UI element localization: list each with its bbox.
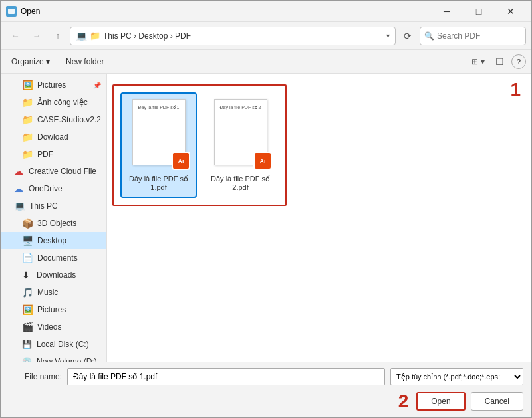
sidebar-item-label: Pictures (37, 305, 66, 314)
file-item-pdf2[interactable]: Đây là file PDF số 2 Ai Đây là file PDF … (202, 92, 279, 198)
filename-input[interactable] (67, 368, 385, 385)
filename-row: File name: Tệp tùy chỉnh (*.pdf;*.doc;*.… (9, 368, 523, 385)
sidebar-item-pdf[interactable]: 📁 PDF (1, 146, 106, 163)
open-button[interactable]: Open (416, 392, 465, 411)
pictures2-icon: 🖼️ (22, 304, 33, 315)
sidebar-item-anh-cong-viec[interactable]: 📁 Ảnh công việc (1, 94, 106, 111)
refresh-button[interactable]: ⟳ (398, 27, 417, 45)
sidebar-item-label: Dowload (37, 132, 68, 142)
sidebar-item-onedrive[interactable]: ☁ OneDrive (1, 180, 106, 197)
sidebar-item-music[interactable]: 🎵 Music (1, 284, 106, 301)
sidebar-item-label: Downloads (37, 270, 76, 280)
sidebar-item-videos[interactable]: 🎬 Videos (1, 318, 106, 336)
pdf-badge-2: Ai (253, 152, 272, 170)
sidebar-item-label: OneDrive (29, 184, 63, 193)
title-controls: ─ □ ✕ (432, 1, 526, 22)
sidebar-item-label: This PC (29, 201, 58, 211)
sidebar-item-label: New Volume (D:) (37, 357, 97, 362)
sidebar-item-dowload[interactable]: 📁 Dowload (1, 128, 106, 146)
sidebar-item-creative-cloud[interactable]: ☁ Creative Cloud File (1, 163, 106, 180)
sidebar-item-label: Pictures (37, 80, 66, 90)
pc-icon: 💻 (76, 31, 87, 41)
cancel-button[interactable]: Cancel (471, 392, 523, 411)
filename-label: File name: (9, 372, 62, 381)
button-row: 2 Open Cancel (9, 391, 523, 412)
sidebar-item-pictures[interactable]: 🖼️ Pictures 📌 (1, 76, 106, 94)
svg-text:Ai: Ai (178, 158, 184, 165)
sidebar-item-label: 3D Objects (37, 219, 76, 228)
videos-icon: 🎬 (22, 322, 33, 332)
sidebar-item-pictures2[interactable]: 🖼️ Pictures (1, 301, 106, 318)
file-label-pdf2: Đây là file PDF số 2.pdf (206, 175, 275, 191)
back-button[interactable]: ← (6, 27, 25, 45)
search-input[interactable] (437, 31, 532, 41)
sidebar-item-documents[interactable]: 📄 Documents (1, 249, 106, 266)
annotation-number2: 2 (398, 391, 409, 412)
view-options-button[interactable]: ⊞ ▾ (469, 52, 487, 71)
downloads-icon: ⬇ (22, 270, 33, 280)
forward-button[interactable]: → (27, 27, 46, 45)
file-label-pdf1: Đây là file PDF số 1.pdf (124, 175, 193, 191)
title-bar: Open ─ □ ✕ (1, 1, 531, 22)
folder-icon: 📁 (22, 149, 33, 159)
dialog-icon (6, 6, 17, 17)
pin-icon: 📌 (93, 82, 101, 89)
file-grid: Đây là file PDF số 1 Ai Đây là file PDF … (118, 90, 281, 201)
up-button[interactable]: ↑ (49, 27, 67, 45)
help-button[interactable]: ? (511, 54, 526, 69)
content-area: 🖼️ Pictures 📌 📁 Ảnh công việc 📁 CASE.Stu… (1, 74, 531, 362)
pdf-badge-1: Ai (172, 152, 190, 170)
organize-button[interactable]: Organize ▾ (6, 53, 55, 70)
sidebar-item-label: Local Disk (C:) (37, 340, 89, 349)
layout-button[interactable]: ☐ (490, 52, 509, 71)
sidebar-item-label: Desktop (37, 236, 66, 245)
sidebar-item-3d-objects[interactable]: 📦 3D Objects (1, 215, 106, 232)
this-pc-icon: 💻 (14, 201, 25, 211)
sidebar-item-label: PDF (37, 150, 53, 159)
minimize-button[interactable]: ─ (432, 1, 462, 22)
pictures-icon: 🖼️ (22, 80, 33, 90)
sidebar-item-new-volume[interactable]: 💿 New Volume (D:) (1, 353, 106, 362)
sidebar-item-label: Videos (37, 322, 61, 332)
sidebar-item-label: CASE.Studio.v2.2 (37, 115, 101, 124)
filetype-select[interactable]: Tệp tùy chỉnh (*.pdf;*.doc;*.eps; (390, 368, 523, 385)
pdf-thumbnail-2: Đây là file PDF số 2 Ai (214, 99, 267, 165)
svg-text:Ai: Ai (259, 158, 265, 165)
main-pane: 1 Đây là file PDF số 1 Ai (107, 74, 531, 362)
sidebar-item-case-studio[interactable]: 📁 CASE.Studio.v2.2 (1, 111, 106, 128)
maximize-button[interactable]: □ (464, 1, 494, 22)
sidebar-item-this-pc[interactable]: 💻 This PC (1, 197, 106, 215)
svg-rect-1 (8, 9, 15, 14)
bottom-bar: File name: Tệp tùy chỉnh (*.pdf;*.doc;*.… (1, 362, 531, 417)
address-dropdown-icon[interactable]: ▾ (386, 32, 390, 39)
pdf-thumbnail-1: Đây là file PDF số 1 Ai (132, 99, 186, 165)
folder-icon: 📁 (22, 132, 33, 142)
search-icon: 🔍 (424, 31, 434, 41)
search-bar: 🔍 (420, 27, 526, 45)
pdf-thumb-text-2: Đây là file PDF số 2 (220, 105, 261, 110)
close-button[interactable]: ✕ (495, 1, 526, 22)
music-icon: 🎵 (22, 287, 33, 298)
onedrive-icon: ☁ (14, 183, 25, 194)
sidebar-item-label: Documents (37, 253, 78, 262)
annotation-number1: 1 (510, 79, 521, 100)
sidebar-item-downloads[interactable]: ⬇ Downloads (1, 266, 106, 284)
sidebar-item-label: Creative Cloud File (29, 167, 96, 176)
new-folder-button[interactable]: New folder (61, 53, 109, 70)
folder-icon: 📁 (22, 97, 33, 108)
open-dialog: Open ─ □ ✕ ← → ↑ 💻 📁 This PC › Desktop ›… (0, 0, 532, 418)
new-volume-icon: 💿 (22, 357, 33, 362)
3d-icon: 📦 (22, 218, 33, 229)
sidebar-item-local-disk[interactable]: 💾 Local Disk (C:) (1, 336, 106, 353)
desktop-icon: 🖥️ (22, 235, 33, 246)
pdf-thumb-text-1: Đây là file PDF số 1 (138, 105, 180, 110)
local-disk-icon: 💾 (22, 340, 33, 349)
sidebar-item-label: Music (37, 288, 58, 297)
address-bar: 💻 📁 This PC › Desktop › PDF ▾ (70, 27, 396, 45)
address-folder-icon: 📁 (90, 31, 100, 41)
second-toolbar: Organize ▾ New folder ⊞ ▾ ☐ ? (1, 50, 531, 74)
nav-toolbar: ← → ↑ 💻 📁 This PC › Desktop › PDF ▾ ⟳ 🔍 (1, 22, 531, 50)
file-item-pdf1[interactable]: Đây là file PDF số 1 Ai Đây là file PDF … (120, 92, 197, 198)
address-path: This PC › Desktop › PDF (103, 31, 384, 41)
sidebar-item-desktop[interactable]: 🖥️ Desktop (1, 232, 106, 249)
